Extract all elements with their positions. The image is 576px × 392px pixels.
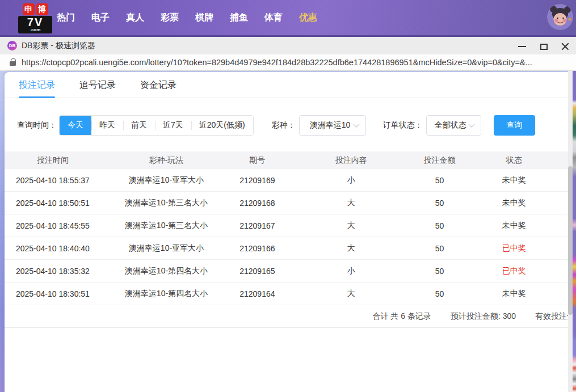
maximize-button[interactable] — [533, 37, 554, 56]
content-card: 投注记录 追号记录 资金记录 查询时间： 今天 昨天 前天 近7天 近20天(低… — [5, 72, 568, 392]
cell-issue: 21209166 — [232, 244, 283, 253]
logo-badge-bo: 博 — [36, 3, 48, 15]
cell-status: 已中奖 — [460, 266, 568, 276]
time-filter-label: 查询时间： — [17, 120, 57, 130]
cell-bet-content: 小 — [283, 175, 419, 186]
time-option-7days[interactable]: 近7天 — [155, 116, 191, 135]
cell-bet-amount: 50 — [419, 176, 460, 185]
nav-item-hot[interactable]: 热门 — [57, 12, 75, 24]
close-icon — [561, 43, 569, 50]
status-select-value: 全部状态 — [435, 120, 466, 130]
search-button[interactable]: 查询 — [494, 115, 535, 136]
chevron-down-icon — [468, 121, 474, 127]
header-issue: 期号 — [232, 155, 283, 166]
cell-bet-content: 大 — [283, 221, 419, 231]
cell-game-play: 澳洲幸运10-第三名大小 — [101, 198, 232, 208]
cell-game-play: 澳洲幸运10-第四名大小 — [101, 266, 232, 276]
cell-issue: 21209165 — [232, 267, 283, 276]
nav-item-live[interactable]: 真人 — [126, 12, 144, 24]
tab-fund-records[interactable]: 资金记录 — [140, 72, 176, 98]
table-row: 2025-04-10 18:50:51 澳洲幸运10-第三名大小 2120916… — [5, 192, 568, 214]
table-header-row: 投注时间 彩种-玩法 期号 投注内容 投注金额 状态 — [5, 151, 568, 169]
cell-status: 未中奖 — [460, 175, 568, 186]
minimize-icon — [518, 46, 526, 47]
cell-game-play: 澳洲幸运10-亚军大小 — [101, 243, 232, 254]
browser-viewport: 投注记录 追号记录 资金记录 查询时间： 今天 昨天 前天 近7天 近20天(低… — [0, 71, 576, 392]
nav-item-fishing[interactable]: 捕鱼 — [230, 12, 248, 24]
header-bet-time: 投注时间 — [5, 155, 101, 166]
cell-bet-time: 2025-04-10 18:30:51 — [5, 289, 101, 298]
cell-game-play: 澳洲幸运10-亚军大小 — [101, 175, 232, 186]
table-row: 2025-04-10 18:40:40 澳洲幸运10-亚军大小 21209166… — [5, 237, 568, 260]
avatar-illustration — [547, 4, 573, 30]
cell-bet-amount: 50 — [419, 199, 460, 208]
cell-bet-time: 2025-04-10 18:55:37 — [5, 176, 101, 185]
nav-item-sports[interactable]: 体育 — [264, 12, 283, 24]
cell-bet-amount: 50 — [419, 289, 460, 298]
summary-expected-amount: 预计投注金额: 300 — [451, 311, 516, 322]
time-option-yesterday[interactable]: 昨天 — [91, 116, 123, 135]
favicon-db-icon: DB — [7, 41, 17, 50]
table-row: 2025-04-10 18:30:51 澳洲幸运10-第四名大小 2120916… — [5, 283, 568, 305]
cell-status: 未中奖 — [460, 221, 568, 231]
table-row: 2025-04-10 18:35:32 澳洲幸运10-第四名大小 2120916… — [5, 260, 568, 283]
cell-game-play: 澳洲幸运10-第四名大小 — [101, 289, 232, 299]
maximize-icon — [540, 44, 548, 50]
time-option-today[interactable]: 今天 — [60, 116, 91, 135]
site-logo[interactable]: 申 博 7V .com — [18, 3, 52, 33]
background-page-sliver — [573, 71, 576, 392]
cell-bet-time: 2025-04-10 18:35:32 — [5, 267, 101, 276]
user-avatar[interactable] — [547, 4, 573, 30]
cell-bet-content: 小 — [283, 266, 419, 276]
logo-badge-shen: 申 — [23, 3, 35, 15]
cell-issue: 21209164 — [232, 289, 283, 298]
window-title: DB彩票 - 极速浏览器 — [22, 41, 95, 51]
cell-bet-amount: 50 — [419, 244, 460, 253]
lottery-select[interactable]: 澳洲幸运10 — [299, 115, 366, 136]
lottery-filter-label: 彩种： — [272, 120, 296, 130]
cell-issue: 21209169 — [232, 176, 283, 185]
cell-bet-amount: 50 — [419, 267, 460, 276]
cell-bet-time: 2025-04-10 18:40:40 — [5, 244, 101, 253]
header-bet-amount: 投注金额 — [419, 155, 460, 166]
cell-issue: 21209168 — [232, 199, 283, 208]
summary-row: 合计 共 6 条记录 预计投注金额: 300 有效投注金 — [5, 305, 568, 328]
cell-bet-time: 2025-04-10 18:50:51 — [5, 199, 101, 208]
window-controls — [511, 37, 576, 56]
cell-status: 未中奖 — [460, 198, 568, 208]
header-bet-content: 投注内容 — [283, 155, 419, 166]
vertical-scrollbar[interactable] — [568, 71, 573, 392]
bet-records-table: 投注时间 彩种-玩法 期号 投注内容 投注金额 状态 2025-04-10 18… — [5, 151, 568, 305]
scrollbar-thumb[interactable] — [568, 166, 573, 315]
lottery-select-value: 澳洲幸运10 — [310, 120, 351, 130]
browser-titlebar[interactable]: DB DB彩票 - 极速浏览器 — [0, 35, 576, 54]
logo-badges: 申 博 — [18, 3, 52, 15]
tab-chase-records[interactable]: 追号记录 — [79, 72, 116, 98]
summary-total-count: 合计 共 6 条记录 — [372, 311, 431, 322]
cell-status: 未中奖 — [460, 289, 568, 299]
chevron-down-icon — [353, 121, 359, 127]
address-bar[interactable]: https://ctopcp02pcali.uengi5e.com/lotter… — [0, 54, 576, 71]
url-text[interactable]: https://ctopcp02pcali.uengi5e.com/lotter… — [22, 58, 566, 67]
nav-item-promo[interactable]: 优惠 — [299, 12, 317, 24]
cell-bet-content: 大 — [283, 289, 419, 299]
logo-brand: 7V — [19, 16, 51, 28]
summary-valid-amount: 有效投注金 — [535, 311, 568, 322]
nav-item-slots[interactable]: 电子 — [91, 12, 110, 24]
cell-issue: 21209167 — [232, 221, 283, 230]
close-button[interactable] — [554, 37, 576, 56]
time-range-group: 今天 昨天 前天 近7天 近20天(低频) — [59, 115, 254, 136]
nav-item-lottery[interactable]: 彩票 — [161, 12, 179, 24]
cell-game-play: 澳洲幸运10-第三名大小 — [101, 221, 232, 231]
lock-icon — [10, 61, 16, 66]
cell-bet-amount: 50 — [419, 221, 460, 230]
logo-plate: 7V .com — [18, 16, 52, 33]
time-option-daybefore[interactable]: 前天 — [123, 116, 155, 135]
status-filter-label: 订单状态： — [383, 120, 423, 130]
minimize-button[interactable] — [511, 37, 533, 56]
screen: 申 博 7V .com 热门 电子 真人 彩票 棋牌 捕鱼 体育 优惠 — [0, 0, 576, 392]
tab-bet-records[interactable]: 投注记录 — [19, 72, 55, 98]
order-status-select[interactable]: 全部状态 — [426, 115, 481, 136]
time-option-20days[interactable]: 近20天(低频) — [191, 116, 253, 135]
nav-item-chess[interactable]: 棋牌 — [195, 12, 213, 24]
